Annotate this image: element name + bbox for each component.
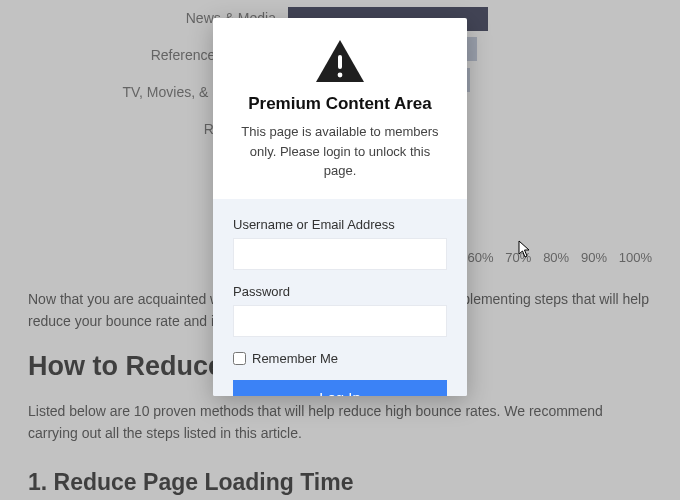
modal-overlay[interactable]: Premium Content Area This page is availa… <box>0 0 680 500</box>
password-label: Password <box>233 284 447 299</box>
modal-title: Premium Content Area <box>237 94 443 114</box>
remember-me[interactable]: Remember Me <box>233 351 447 366</box>
svg-rect-0 <box>338 55 342 69</box>
login-form: Username or Email Address Password Remem… <box>213 199 467 397</box>
modal-description: This page is available to members only. … <box>237 122 443 181</box>
warning-icon <box>314 38 366 84</box>
password-input[interactable] <box>233 305 447 337</box>
username-label: Username or Email Address <box>233 217 447 232</box>
login-modal: Premium Content Area This page is availa… <box>213 18 467 396</box>
modal-header: Premium Content Area This page is availa… <box>213 18 467 199</box>
login-button[interactable]: Log In <box>233 380 447 397</box>
remember-label: Remember Me <box>252 351 338 366</box>
cursor-icon <box>518 240 532 258</box>
username-input[interactable] <box>233 238 447 270</box>
remember-checkbox[interactable] <box>233 352 246 365</box>
svg-point-1 <box>338 73 343 78</box>
